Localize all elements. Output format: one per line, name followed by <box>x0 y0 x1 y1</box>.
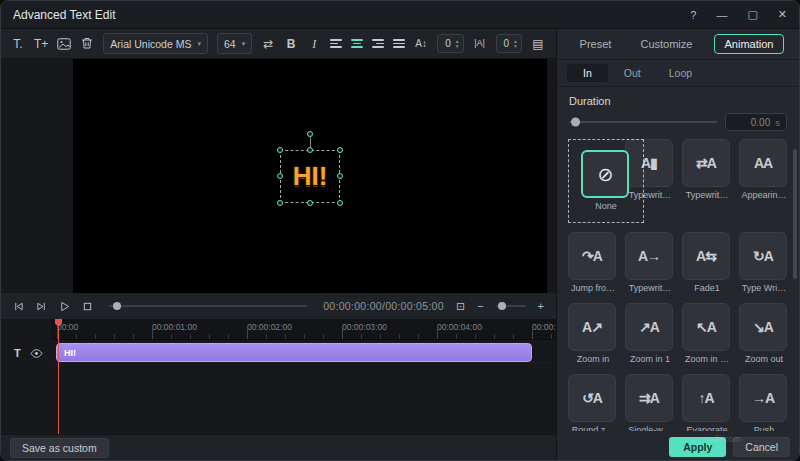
cancel-button[interactable]: Cancel <box>733 437 790 457</box>
seek-slider[interactable] <box>109 305 307 307</box>
seek-knob[interactable] <box>113 302 121 310</box>
animation-item-type-wri-[interactable]: ↻AType Wri… <box>739 232 789 294</box>
animation-item-typewrit-[interactable]: ⇄ATypewrit… <box>682 139 732 223</box>
animation-grid: ⊘NoneA▮Typewrit…⇄ATypewrit…AAAppearin…↷A… <box>557 139 799 431</box>
maximize-icon[interactable]: ▢ <box>747 8 757 21</box>
preview-text[interactable]: HI! <box>293 161 328 191</box>
tab-preset[interactable]: Preset <box>572 35 620 53</box>
animation-thumb[interactable]: A⇆ <box>682 232 730 280</box>
stepper-arrows-icon[interactable]: ▴▾ <box>514 39 517 48</box>
resize-handle[interactable] <box>307 147 313 153</box>
animation-item-appearin-[interactable]: AAAppearin… <box>739 139 789 223</box>
animation-item-zoom-in-[interactable]: ↖AZoom in … <box>682 303 732 365</box>
stepper-arrows-icon[interactable]: ▴▾ <box>456 39 459 48</box>
animation-item-label: Zoom out <box>739 354 789 365</box>
text-box-icon[interactable]: ▤ <box>531 38 545 50</box>
resize-handle[interactable] <box>277 200 283 206</box>
animation-item-typewrit-[interactable]: A→Typewrit… <box>625 232 675 294</box>
animation-thumb[interactable]: ↗A <box>625 303 673 351</box>
duration-slider[interactable] <box>569 121 717 123</box>
duration-input[interactable]: 0.00 s <box>725 113 787 131</box>
subtab-out[interactable]: Out <box>612 64 653 82</box>
trash-icon[interactable] <box>80 37 94 50</box>
text-selection-box[interactable]: HI! <box>280 150 341 203</box>
resize-handle[interactable] <box>277 173 283 179</box>
fit-to-window-icon[interactable]: ⊡ <box>456 300 465 313</box>
animation-thumb[interactable]: ↷A <box>568 232 616 280</box>
preview-canvas[interactable]: HI! <box>73 59 547 293</box>
tab-customize[interactable]: Customize <box>632 35 700 53</box>
animation-item-zoom-out[interactable]: ↘AZoom out <box>739 303 789 365</box>
timeline-ruler[interactable]: 00:0000:00:01:0000:00:02:0000:00:03:0000… <box>51 319 556 340</box>
apply-button[interactable]: Apply <box>669 437 726 457</box>
eye-icon[interactable] <box>30 344 43 362</box>
minimize-icon[interactable]: — <box>716 9 727 21</box>
animation-thumb[interactable]: ↺A <box>568 374 616 422</box>
vertical-text-icon[interactable]: A↕ <box>414 39 428 49</box>
zoom-in-icon[interactable]: + <box>538 300 544 312</box>
animation-item-push[interactable]: →APush <box>739 374 789 431</box>
animation-thumb[interactable]: ↻A <box>739 232 787 280</box>
align-justify-icon[interactable] <box>393 39 405 48</box>
resize-handle[interactable] <box>307 200 313 206</box>
zoom-slider[interactable] <box>496 305 526 307</box>
animation-thumb[interactable]: ⇉A <box>625 374 673 422</box>
animation-thumb[interactable]: ↘A <box>739 303 787 351</box>
char-spacing-stepper[interactable]: 0 ▴▾ <box>496 34 522 53</box>
animation-item-zoom-in[interactable]: A↗Zoom in <box>568 303 618 365</box>
animation-item-jump-fro-[interactable]: ↷AJump fro… <box>568 232 618 294</box>
add-text-icon[interactable]: T. <box>11 38 25 50</box>
ruler-label: 00:00:02:00 <box>247 322 292 332</box>
char-spacing-icon[interactable]: |A| <box>473 39 487 48</box>
bold-button[interactable]: B <box>284 38 298 50</box>
resize-handle[interactable] <box>337 173 343 179</box>
save-as-custom-button[interactable]: Save as custom <box>10 438 109 458</box>
animation-item-single-w-[interactable]: ⇉ASingle-w… <box>625 374 675 431</box>
text-clip[interactable]: HI! <box>56 343 532 362</box>
animation-item-label: Zoom in 1 <box>625 354 675 365</box>
animation-thumb[interactable]: ↑A <box>682 374 730 422</box>
subtab-loop[interactable]: Loop <box>657 64 704 82</box>
animation-thumb[interactable]: AA <box>739 139 787 187</box>
animation-thumb[interactable]: A↗ <box>568 303 616 351</box>
subtab-in[interactable]: In <box>567 64 608 82</box>
animation-thumb[interactable]: ↖A <box>682 303 730 351</box>
animation-thumb[interactable]: ⇄A <box>682 139 730 187</box>
animation-thumb[interactable]: A→ <box>625 232 673 280</box>
clip-label: HI! <box>64 348 76 358</box>
close-icon[interactable]: ✕ <box>778 8 787 21</box>
resize-handle[interactable] <box>337 200 343 206</box>
animation-item-round-z-[interactable]: ↺ARound z… <box>568 374 618 431</box>
italic-button[interactable]: I <box>307 38 321 50</box>
playhead[interactable] <box>58 319 59 436</box>
previous-frame-button[interactable] <box>13 301 24 312</box>
resize-handle[interactable] <box>337 147 343 153</box>
font-size-select[interactable]: 64 ▾ <box>217 33 252 54</box>
help-icon[interactable]: ? <box>690 9 696 21</box>
text-template-icon[interactable]: T+ <box>34 38 48 50</box>
rotation-handle[interactable] <box>307 131 313 137</box>
line-spacing-stepper[interactable]: 0 ▴▾ <box>437 34 463 53</box>
chevron-down-icon: ▾ <box>242 40 246 48</box>
animation-item-fade1[interactable]: A⇆Fade1 <box>682 232 732 294</box>
play-button[interactable] <box>59 301 70 312</box>
animation-item-zoom-in-1[interactable]: ↗AZoom in 1 <box>625 303 675 365</box>
resize-handle[interactable] <box>277 147 283 153</box>
align-center-icon[interactable] <box>351 39 363 48</box>
stop-button[interactable] <box>82 301 93 312</box>
tab-animation[interactable]: Animation <box>714 34 785 54</box>
animation-thumb[interactable]: →A <box>739 374 787 422</box>
scrollbar[interactable] <box>793 149 797 279</box>
next-frame-button[interactable] <box>36 301 47 312</box>
align-right-icon[interactable] <box>372 39 384 48</box>
zoom-out-icon[interactable]: − <box>477 300 483 312</box>
kerning-icon[interactable]: ⇄ <box>261 38 275 50</box>
animation-item-none[interactable]: ⊘None <box>568 139 644 223</box>
zoom-knob[interactable] <box>498 302 506 310</box>
duration-knob[interactable] <box>571 118 580 127</box>
image-icon[interactable] <box>57 38 71 50</box>
align-left-icon[interactable] <box>330 39 342 48</box>
animation-item-evaporate[interactable]: ↑AEvaporate <box>682 374 732 431</box>
font-family-select[interactable]: Arial Unicode MS ▾ <box>103 33 208 54</box>
animation-thumb[interactable]: ⊘ <box>581 150 629 198</box>
